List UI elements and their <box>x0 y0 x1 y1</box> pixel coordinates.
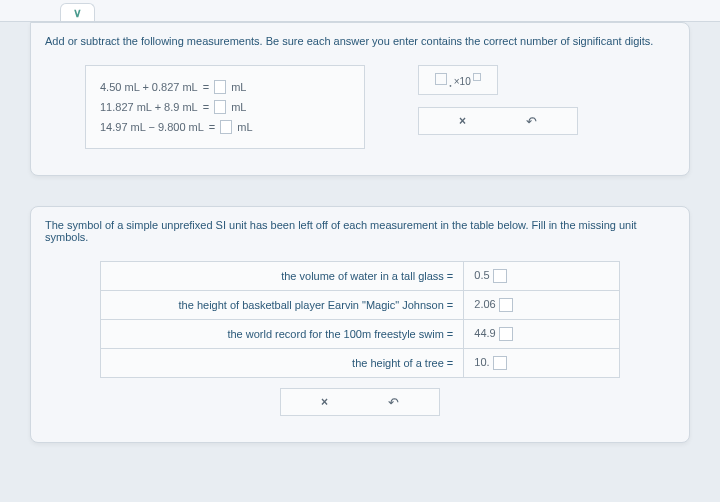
measurement-value-cell: 44.9 <box>464 320 620 349</box>
q2-table: the volume of water in a tall glass = 0.… <box>100 261 620 378</box>
unit-input[interactable] <box>493 356 507 370</box>
q1-prompt: Add or subtract the following measuremen… <box>45 35 675 47</box>
table-row: the height of basketball player Earvin "… <box>101 291 620 320</box>
equals-sign: = <box>203 101 209 113</box>
unit-label: mL <box>231 81 246 93</box>
measurement-value-cell: 2.06 <box>464 291 620 320</box>
dot-icon: ● <box>449 83 451 88</box>
exponent-box-icon <box>473 73 481 81</box>
measurement-number: 10. <box>474 356 489 368</box>
answer-input[interactable] <box>220 120 232 134</box>
unit-input[interactable] <box>493 269 507 283</box>
q2-action-bar: × ↶ <box>280 388 440 416</box>
coefficient-box-icon <box>435 73 447 85</box>
q1-row: 11.827 mL + 8.9 mL = mL <box>100 100 350 114</box>
q1-row: 4.50 mL + 0.827 mL = mL <box>100 80 350 94</box>
expression: 11.827 mL + 8.9 mL <box>100 101 198 113</box>
measurement-label: the world record for the 100m freestyle … <box>101 320 464 349</box>
undo-button[interactable]: ↶ <box>382 393 405 412</box>
chevron-down-icon: ∨ <box>73 6 82 20</box>
times-ten-label: ×10 <box>454 76 471 87</box>
clear-button[interactable]: × <box>453 112 472 130</box>
measurement-label: the height of a tree = <box>101 349 464 378</box>
question-1-block: Add or subtract the following measuremen… <box>30 22 690 176</box>
tab-chevron-container: ∨ <box>60 3 95 21</box>
clear-button[interactable]: × <box>315 393 334 411</box>
measurement-label: the height of basketball player Earvin "… <box>101 291 464 320</box>
q1-math-container: 4.50 mL + 0.827 mL = mL 11.827 mL + 8.9 … <box>85 65 365 149</box>
answer-input[interactable] <box>214 80 226 94</box>
equals-sign: = <box>203 81 209 93</box>
table-row: the volume of water in a tall glass = 0.… <box>101 262 620 291</box>
measurement-label: the volume of water in a tall glass = <box>101 262 464 291</box>
q2-prompt: The symbol of a simple unprefixed SI uni… <box>45 219 675 243</box>
unit-label: mL <box>231 101 246 113</box>
expression: 4.50 mL + 0.827 mL <box>100 81 198 93</box>
q1-row: 14.97 mL − 9.800 mL = mL <box>100 120 350 134</box>
q1-action-bar: × ↶ <box>418 107 578 135</box>
unit-label: mL <box>237 121 252 133</box>
expression: 14.97 mL − 9.800 mL <box>100 121 204 133</box>
unit-input[interactable] <box>499 298 513 312</box>
measurement-number: 44.9 <box>474 327 495 339</box>
table-row: the height of a tree = 10. <box>101 349 620 378</box>
question-2-block: The symbol of a simple unprefixed SI uni… <box>30 206 690 443</box>
measurement-number: 0.5 <box>474 269 489 281</box>
undo-button[interactable]: ↶ <box>520 112 543 131</box>
answer-input[interactable] <box>214 100 226 114</box>
table-row: the world record for the 100m freestyle … <box>101 320 620 349</box>
measurement-value-cell: 10. <box>464 349 620 378</box>
equals-sign: = <box>209 121 215 133</box>
scientific-notation-tool[interactable]: ● ×10 <box>418 65 498 95</box>
measurement-number: 2.06 <box>474 298 495 310</box>
measurement-value-cell: 0.5 <box>464 262 620 291</box>
unit-input[interactable] <box>499 327 513 341</box>
